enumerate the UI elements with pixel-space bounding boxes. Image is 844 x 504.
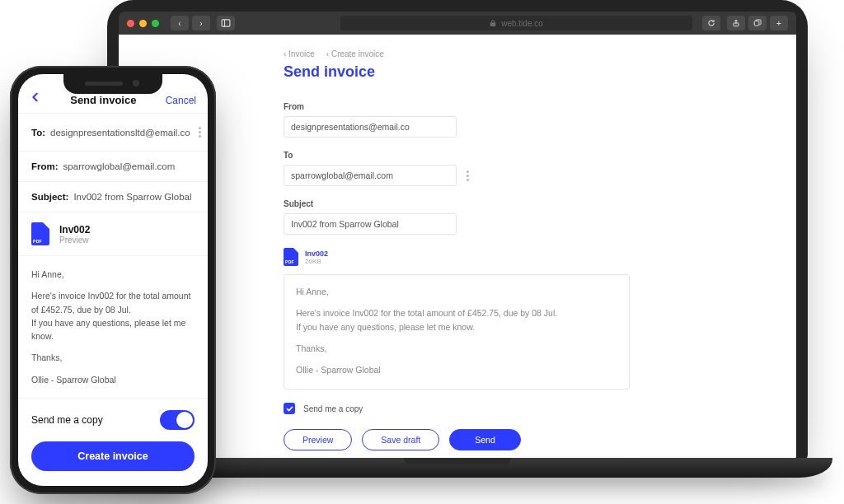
- phone-notch: [63, 74, 162, 94]
- from-value: sparrowglobal@email.com: [63, 161, 176, 171]
- address-bar[interactable]: web.tide.co: [340, 16, 692, 30]
- nav-back-button[interactable]: ‹: [171, 16, 189, 30]
- to-row[interactable]: To: designpresentationsltd@email.co: [18, 114, 208, 152]
- attachment[interactable]: PDF Inv002 20KB: [284, 248, 796, 266]
- message-body[interactable]: Hi Anne, Here's invoice Inv002 for the t…: [284, 274, 630, 390]
- window-minimize-icon[interactable]: [139, 20, 147, 27]
- attachment-preview-link[interactable]: Preview: [59, 236, 90, 245]
- subject-label: Subject:: [31, 192, 68, 202]
- browser-toolbar: ‹ › web.tide.co +: [119, 12, 796, 35]
- breadcrumb-item[interactable]: Invoice: [284, 49, 315, 58]
- to-input[interactable]: [284, 165, 457, 186]
- window-traffic-lights[interactable]: [127, 20, 159, 27]
- attachment-name: Inv002: [59, 224, 90, 236]
- svg-rect-0: [222, 20, 230, 26]
- sidebar-toggle-button[interactable]: [217, 16, 235, 30]
- send-copy-toggle[interactable]: [160, 410, 195, 430]
- share-button[interactable]: [727, 16, 745, 30]
- pdf-icon: PDF: [284, 248, 298, 266]
- subject-value: Inv002 from Sparrow Global: [73, 192, 191, 202]
- subject-label: Subject: [284, 199, 796, 208]
- back-button[interactable]: [30, 91, 41, 106]
- reload-button[interactable]: [702, 16, 720, 30]
- subject-row[interactable]: Subject: Inv002 from Sparrow Global: [18, 182, 208, 212]
- web-page: Invoice Create invoice Send invoice From…: [119, 35, 796, 461]
- subject-input[interactable]: [284, 213, 457, 235]
- attachment-size: 20KB: [305, 258, 328, 265]
- preview-button[interactable]: Preview: [284, 429, 352, 450]
- lock-icon: [490, 20, 496, 26]
- new-tab-button[interactable]: +: [770, 16, 788, 30]
- send-copy-checkbox[interactable]: [284, 403, 295, 414]
- send-button[interactable]: Send: [449, 429, 521, 450]
- save-draft-button[interactable]: Save draft: [362, 429, 439, 450]
- phone-frame: Send invoice Cancel To: designpresentati…: [10, 66, 216, 494]
- cancel-button[interactable]: Cancel: [166, 95, 196, 106]
- address-bar-host: web.tide.co: [501, 19, 543, 28]
- to-value: designpresentationsltd@email.co: [50, 128, 190, 138]
- page-title: Send invoice: [284, 63, 796, 81]
- create-invoice-button[interactable]: Create invoice: [31, 441, 195, 471]
- to-label: To: [284, 151, 796, 160]
- screen-title: Send invoice: [70, 94, 136, 106]
- attachment-name: Inv002: [305, 250, 328, 258]
- breadcrumb-item[interactable]: Create invoice: [326, 49, 384, 58]
- window-zoom-icon[interactable]: [152, 20, 159, 27]
- to-label: To:: [31, 128, 45, 138]
- to-more-icon[interactable]: [195, 124, 204, 141]
- message-body[interactable]: Hi Anne, Here's invoice Inv002 for the t…: [18, 256, 208, 399]
- laptop-screen: ‹ › web.tide.co +: [119, 12, 796, 461]
- window-close-icon[interactable]: [127, 20, 134, 27]
- phone-screen: Send invoice Cancel To: designpresentati…: [18, 74, 208, 486]
- chevron-left-icon: [30, 91, 41, 103]
- attachment-row[interactable]: PDF Inv002 Preview: [18, 212, 208, 256]
- pdf-icon: PDF: [31, 222, 49, 245]
- tabs-button[interactable]: [748, 16, 767, 30]
- svg-rect-3: [754, 21, 759, 26]
- from-label: From:: [31, 161, 59, 171]
- send-copy-label: Send me a copy: [31, 414, 103, 426]
- from-label: From: [284, 102, 796, 111]
- check-icon: [286, 405, 293, 413]
- breadcrumb[interactable]: Invoice Create invoice: [284, 49, 796, 58]
- from-input[interactable]: [284, 116, 457, 138]
- send-copy-label: Send me a copy: [303, 404, 363, 413]
- to-more-icon[interactable]: [463, 167, 472, 184]
- from-row[interactable]: From: sparrowglobal@email.com: [18, 152, 208, 182]
- nav-forward-button[interactable]: ›: [192, 16, 210, 30]
